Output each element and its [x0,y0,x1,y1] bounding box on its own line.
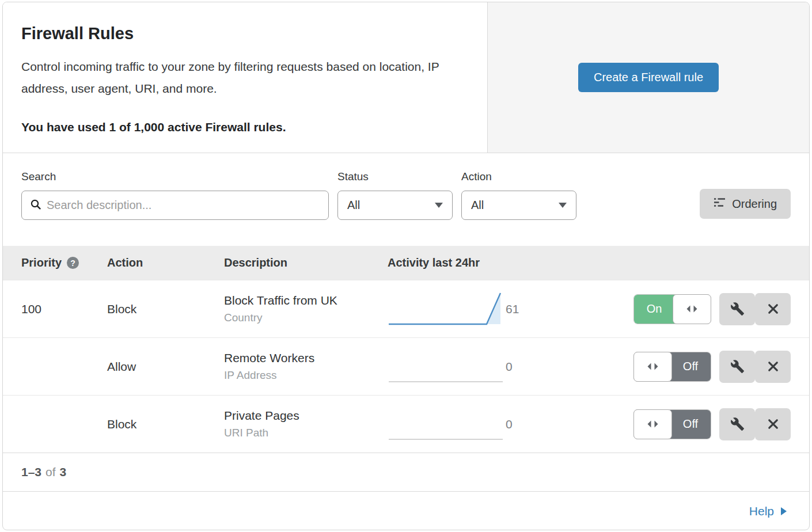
activity-count: 61 [506,302,556,316]
action-value: Block [107,302,224,316]
footer-bar: Help [3,491,809,530]
search-icon [30,199,41,212]
x-icon [767,302,780,316]
activity-count: 0 [506,360,556,374]
search-box[interactable] [21,191,329,220]
toggle-handle[interactable] [673,294,711,324]
chevron-down-icon [435,203,443,208]
create-firewall-rule-button[interactable]: Create a Firewall rule [578,63,719,92]
ordering-wrap: Ordering [700,170,791,219]
pagination-bar: 1–3 of 3 [3,453,809,491]
column-header-description: Description [224,256,388,269]
delete-rule-button[interactable] [755,293,791,325]
rule-enable-toggle[interactable]: Off [633,409,711,439]
page-title: Firewall Rules [21,24,469,43]
toggle-handle[interactable] [633,409,672,439]
action-label: Action [461,170,576,183]
column-header-activity: Activity last 24hr [388,256,506,269]
toggle-state-label: Off [670,352,711,381]
rule-match-type: Country [224,311,388,324]
toggle-state-label: Off [670,410,711,439]
priority-header-label: Priority [21,256,62,269]
activity-count: 0 [506,417,556,431]
action-select[interactable]: All [461,191,576,220]
priority-value: 100 [3,302,107,316]
search-input[interactable] [47,199,320,212]
toggle-handle[interactable] [633,352,672,382]
toggle-arrows-icon [645,417,661,431]
edit-rule-button[interactable] [719,293,755,325]
action-value: Allow [107,360,224,374]
status-label: Status [337,170,453,183]
delete-rule-button[interactable] [755,351,791,383]
priority-help-icon[interactable]: ? [67,257,79,269]
header-action-panel: Create a Firewall rule [488,2,809,153]
rule-enable-toggle[interactable]: Off [633,352,711,382]
pagination-total: 3 [60,465,67,479]
action-value: Block [107,417,224,431]
wrench-icon [730,417,745,431]
action-filter-group: Action All [461,170,576,220]
column-header-priority: Priority ? [3,256,107,269]
pagination-range: 1–3 [21,465,41,479]
edit-rule-button[interactable] [719,351,755,383]
ordered-list-icon [714,196,726,211]
table-row: Block Private Pages URI Path 0 Off [3,395,809,453]
activity-sparkline [388,290,506,329]
pagination-of-text: of [45,465,56,479]
x-icon [767,417,780,431]
status-select[interactable]: All [337,191,453,220]
search-label: Search [21,170,329,183]
header-text-panel: Firewall Rules Control incoming traffic … [3,2,488,153]
chevron-down-icon [559,203,567,208]
description-cell: Block Traffic from UK Country [224,294,388,324]
toggle-state-label: On [634,295,674,324]
rule-match-type: URI Path [224,427,388,439]
table-row: Allow Remote Workers IP Address 0 Off [3,337,809,395]
rule-description: Remote Workers [224,351,388,365]
rule-description: Private Pages [224,409,388,423]
rule-match-type: IP Address [224,369,388,382]
arrow-right-icon [780,507,787,516]
activity-sparkline [388,405,506,444]
toggle-arrows-icon [684,302,700,316]
status-filter-group: Status All [337,170,453,220]
rule-enable-toggle[interactable]: On [633,294,711,324]
wrench-icon [730,302,745,316]
x-icon [767,360,780,373]
description-cell: Remote Workers IP Address [224,351,388,382]
header-section: Firewall Rules Control incoming traffic … [3,2,809,153]
table-row: 100 Block Block Traffic from UK Country … [3,280,809,337]
ordering-button-label: Ordering [732,197,777,211]
action-selected-value: All [471,199,484,212]
activity-sparkline [388,347,506,386]
usage-note: You have used 1 of 1,000 active Firewall… [21,120,469,134]
search-group: Search [21,170,329,220]
filter-bar: Search Status All Action All [3,153,809,246]
firewall-rules-card: Firewall Rules Control incoming traffic … [2,2,810,530]
help-link[interactable]: Help [749,504,787,518]
column-header-action: Action [107,256,224,269]
status-selected-value: All [347,199,360,212]
delete-rule-button[interactable] [755,408,791,440]
toggle-arrows-icon [645,360,661,373]
table-header-row: Priority ? Action Description Activity l… [3,246,809,280]
description-cell: Private Pages URI Path [224,409,388,439]
rule-description: Block Traffic from UK [224,294,388,307]
page-description: Control incoming traffic to your zone by… [21,56,469,100]
ordering-button[interactable]: Ordering [700,189,791,219]
wrench-icon [730,359,745,374]
help-link-label: Help [749,504,774,518]
edit-rule-button[interactable] [719,408,755,440]
